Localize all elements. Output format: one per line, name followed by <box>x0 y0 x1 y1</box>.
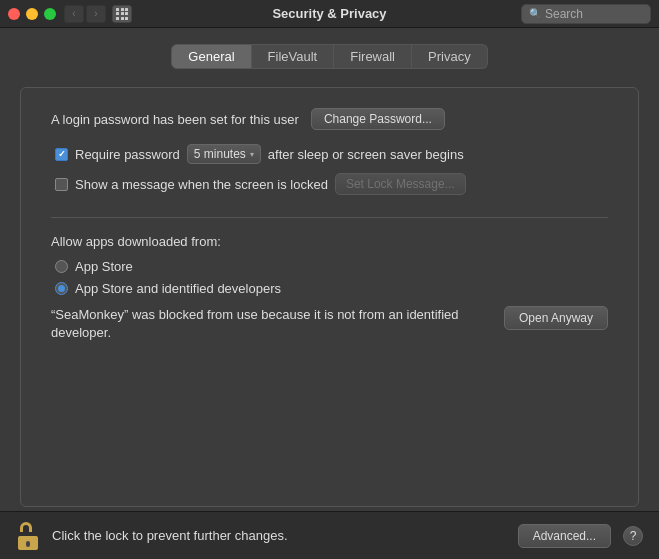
advanced-button[interactable]: Advanced... <box>518 524 611 548</box>
search-icon: 🔍 <box>529 8 541 19</box>
change-password-button[interactable]: Change Password... <box>311 108 445 130</box>
traffic-lights <box>8 8 56 20</box>
set-lock-message-button[interactable]: Set Lock Message... <box>335 173 466 195</box>
after-sleep-text: after sleep or screen saver begins <box>268 147 464 162</box>
lock-icon[interactable] <box>16 522 40 550</box>
help-button[interactable]: ? <box>623 526 643 546</box>
blocked-app-text: “SeaMonkey” was blocked from use because… <box>51 306 490 342</box>
nav-buttons: ‹ › <box>64 5 106 23</box>
allow-apps-label: Allow apps downloaded from: <box>51 234 608 249</box>
app-store-devs-label: App Store and identified developers <box>75 281 281 296</box>
login-password-row: A login password has been set for this u… <box>51 108 608 130</box>
back-button[interactable]: ‹ <box>64 5 84 23</box>
titlebar: ‹ › Security & Privacy 🔍 Search <box>0 0 659 28</box>
require-password-checkbox[interactable] <box>55 148 68 161</box>
lock-shackle <box>20 522 32 532</box>
radio-app-store-devs[interactable] <box>55 282 68 295</box>
show-message-row: Show a message when the screen is locked… <box>51 173 608 195</box>
window-title: Security & Privacy <box>272 6 386 21</box>
radio-app-store-devs-row: App Store and identified developers <box>51 281 608 296</box>
chevron-down-icon: ▾ <box>250 150 254 159</box>
main-content: General FileVault Firewall Privacy A log… <box>0 28 659 507</box>
show-message-label: Show a message when the screen is locked <box>75 177 328 192</box>
tab-filevault[interactable]: FileVault <box>252 44 335 69</box>
lock-keyhole <box>26 541 30 547</box>
app-store-label: App Store <box>75 259 133 274</box>
minimize-button[interactable] <box>26 8 38 20</box>
forward-button[interactable]: › <box>86 5 106 23</box>
open-anyway-button[interactable]: Open Anyway <box>504 306 608 330</box>
back-icon: ‹ <box>72 8 75 19</box>
lock-status-text: Click the lock to prevent further change… <box>52 528 506 543</box>
require-password-row: Require password 5 minutes ▾ after sleep… <box>51 144 608 164</box>
tab-general[interactable]: General <box>171 44 251 69</box>
dropdown-value: 5 minutes <box>194 147 246 161</box>
blocked-app-row: “SeaMonkey” was blocked from use because… <box>51 306 608 342</box>
divider <box>51 217 608 218</box>
tabs: General FileVault Firewall Privacy <box>20 44 639 69</box>
lock-body <box>18 536 38 550</box>
radio-app-store[interactable] <box>55 260 68 273</box>
search-input[interactable]: Search <box>545 7 583 21</box>
password-timeout-dropdown[interactable]: 5 minutes ▾ <box>187 144 261 164</box>
forward-icon: › <box>94 8 97 19</box>
grid-icon <box>116 8 128 20</box>
settings-panel: A login password has been set for this u… <box>20 87 639 507</box>
tab-firewall[interactable]: Firewall <box>334 44 412 69</box>
close-button[interactable] <box>8 8 20 20</box>
radio-app-store-row: App Store <box>51 259 608 274</box>
bottom-bar: Click the lock to prevent further change… <box>0 511 659 559</box>
require-password-label: Require password <box>75 147 180 162</box>
grid-button[interactable] <box>112 5 132 23</box>
show-message-checkbox[interactable] <box>55 178 68 191</box>
maximize-button[interactable] <box>44 8 56 20</box>
search-bar[interactable]: 🔍 Search <box>521 4 651 24</box>
tab-privacy[interactable]: Privacy <box>412 44 488 69</box>
login-password-text: A login password has been set for this u… <box>51 112 299 127</box>
